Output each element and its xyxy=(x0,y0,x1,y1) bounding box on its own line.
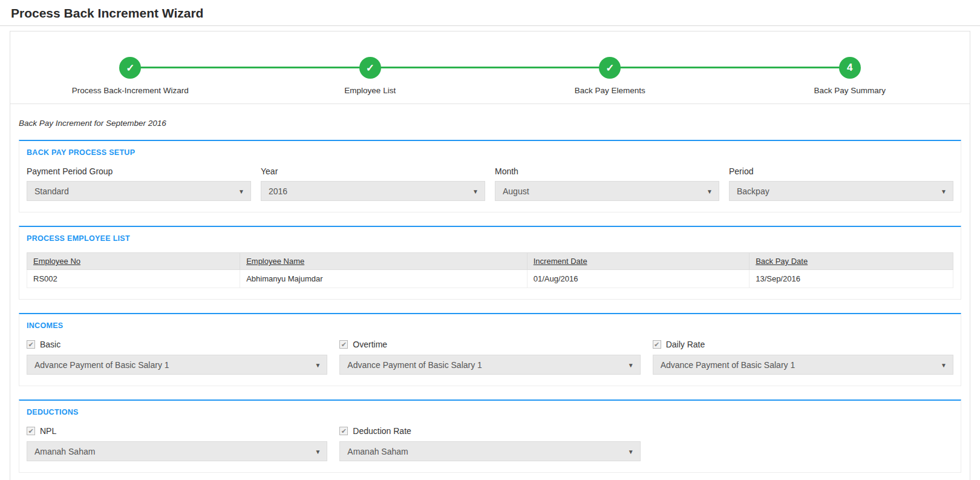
income-item-basic: ✔ Basic Advance Payment of Basic Salary … xyxy=(27,340,327,375)
basic-element-select[interactable]: Advance Payment of Basic Salary 1 ▼ xyxy=(27,355,327,375)
wizard-stepper: ✓ Process Back-Increment Wizard ✓ Employ… xyxy=(10,31,970,104)
chevron-down-icon: ▼ xyxy=(315,448,321,455)
page-header: Process Back Increment Wizard xyxy=(0,0,980,26)
step-employee-list[interactable]: ✓ Employee List xyxy=(250,57,491,95)
select-value: Amanah Saham xyxy=(34,447,95,456)
field-month: Month August ▼ xyxy=(495,166,719,201)
select-value: August xyxy=(503,186,529,196)
select-value: Advance Payment of Basic Salary 1 xyxy=(347,360,482,370)
chevron-down-icon: ▼ xyxy=(472,188,479,194)
field-period: Period Backpay ▼ xyxy=(729,166,953,201)
section-title: BACK PAY PROCESS SETUP xyxy=(27,148,953,157)
column-header-employee-no[interactable]: Employee No xyxy=(27,253,240,270)
checkbox-label: Daily Rate xyxy=(666,340,705,349)
checkbox-checked-icon[interactable]: ✔ xyxy=(27,427,35,435)
deduction-rate-element-select[interactable]: Amanah Saham ▼ xyxy=(339,441,640,461)
select-value: Amanah Saham xyxy=(347,447,408,456)
cell-back-pay-date: 13/Sep/2016 xyxy=(750,270,953,288)
step-marker: ✓ xyxy=(366,62,374,74)
chevron-down-icon: ▼ xyxy=(315,361,321,368)
step-back-pay-elements[interactable]: ✓ Back Pay Elements xyxy=(490,57,730,95)
checkbox-checked-icon[interactable]: ✔ xyxy=(653,340,661,349)
section-title: PROCESS EMPLOYEE LIST xyxy=(27,234,953,243)
checkbox-label: Overtime xyxy=(353,340,387,349)
checkbox-label: Deduction Rate xyxy=(353,426,411,436)
period-select[interactable]: Backpay ▼ xyxy=(729,181,953,201)
field-label: Period xyxy=(729,166,953,176)
field-payment-period-group: Payment Period Group Standard ▼ xyxy=(27,166,251,201)
field-label: Payment Period Group xyxy=(27,166,251,176)
section-back-pay-process-setup: BACK PAY PROCESS SETUP Payment Period Gr… xyxy=(19,140,961,212)
step-number-circle: 4 xyxy=(839,57,861,79)
table-row: RS002 Abhimanyu Majumdar 01/Aug/2016 13/… xyxy=(27,270,953,288)
income-item-daily-rate: ✔ Daily Rate Advance Payment of Basic Sa… xyxy=(653,340,953,375)
employee-table: Employee No Employee Name Increment Date… xyxy=(27,252,953,288)
month-select[interactable]: August ▼ xyxy=(495,181,719,201)
select-value: Advance Payment of Basic Salary 1 xyxy=(661,360,795,370)
payment-period-group-select[interactable]: Standard ▼ xyxy=(27,181,251,201)
step-marker: 4 xyxy=(847,62,852,74)
chevron-down-icon: ▼ xyxy=(238,188,244,194)
section-deductions: DEDUCTIONS ✔ NPL Amanah Saham ▼ ✔ Deduct… xyxy=(19,399,961,473)
npl-element-select[interactable]: Amanah Saham ▼ xyxy=(27,441,327,461)
cell-increment-date: 01/Aug/2016 xyxy=(527,270,749,288)
column-header-employee-name[interactable]: Employee Name xyxy=(240,253,528,270)
column-header-back-pay-date[interactable]: Back Pay Date xyxy=(750,253,953,270)
chevron-down-icon: ▼ xyxy=(941,361,947,368)
section-title: INCOMES xyxy=(27,321,953,330)
field-year: Year 2016 ▼ xyxy=(261,166,485,201)
step-process-back-increment-wizard[interactable]: ✓ Process Back-Increment Wizard xyxy=(10,57,250,95)
page-title: Process Back Increment Wizard xyxy=(11,6,969,21)
deduction-item-deduction-rate: ✔ Deduction Rate Amanah Saham ▼ xyxy=(339,426,640,461)
step-back-pay-summary[interactable]: 4 Back Pay Summary xyxy=(730,57,970,95)
field-label: Year xyxy=(261,166,485,176)
cell-employee-no: RS002 xyxy=(27,270,240,288)
chevron-down-icon: ▼ xyxy=(628,448,634,455)
step-label: Back Pay Summary xyxy=(814,86,886,95)
checkbox-checked-icon[interactable]: ✔ xyxy=(27,340,35,349)
check-circle-icon: ✓ xyxy=(599,57,621,79)
select-value: Advance Payment of Basic Salary 1 xyxy=(34,360,169,370)
check-circle-icon: ✓ xyxy=(119,57,141,79)
section-title: DEDUCTIONS xyxy=(27,408,953,416)
column-header-increment-date[interactable]: Increment Date xyxy=(527,253,749,270)
wizard-panel: ✓ Process Back-Increment Wizard ✓ Employ… xyxy=(10,31,970,480)
section-process-employee-list: PROCESS EMPLOYEE LIST Employee No Employ… xyxy=(19,226,961,300)
cell-employee-name: Abhimanyu Majumdar xyxy=(240,270,528,288)
step-marker: ✓ xyxy=(126,62,134,74)
section-incomes: INCOMES ✔ Basic Advance Payment of Basic… xyxy=(19,313,961,386)
overtime-element-select[interactable]: Advance Payment of Basic Salary 1 ▼ xyxy=(339,355,640,375)
checkbox-label: NPL xyxy=(40,426,56,436)
select-value: Backpay xyxy=(737,186,769,196)
chevron-down-icon: ▼ xyxy=(628,361,634,368)
income-item-overtime: ✔ Overtime Advance Payment of Basic Sala… xyxy=(339,340,640,375)
select-value: 2016 xyxy=(269,186,287,196)
step-label: Process Back-Increment Wizard xyxy=(72,86,189,95)
chevron-down-icon: ▼ xyxy=(941,188,947,194)
chevron-down-icon: ▼ xyxy=(707,188,713,194)
checkbox-label: Basic xyxy=(40,340,60,349)
deduction-item-npl: ✔ NPL Amanah Saham ▼ xyxy=(27,426,327,461)
field-label: Month xyxy=(495,166,719,176)
table-header-row: Employee No Employee Name Increment Date… xyxy=(27,253,953,270)
daily-rate-element-select[interactable]: Advance Payment of Basic Salary 1 ▼ xyxy=(653,355,953,375)
step-marker: ✓ xyxy=(606,62,614,74)
step-label: Back Pay Elements xyxy=(575,86,645,95)
check-circle-icon: ✓ xyxy=(359,57,381,79)
select-value: Standard xyxy=(34,186,69,196)
step-label: Employee List xyxy=(344,86,396,95)
checkbox-checked-icon[interactable]: ✔ xyxy=(339,340,348,349)
checkbox-checked-icon[interactable]: ✔ xyxy=(339,427,348,435)
year-select[interactable]: 2016 ▼ xyxy=(261,181,485,201)
backpay-subtitle: Back Pay Increment for September 2016 xyxy=(10,104,970,140)
